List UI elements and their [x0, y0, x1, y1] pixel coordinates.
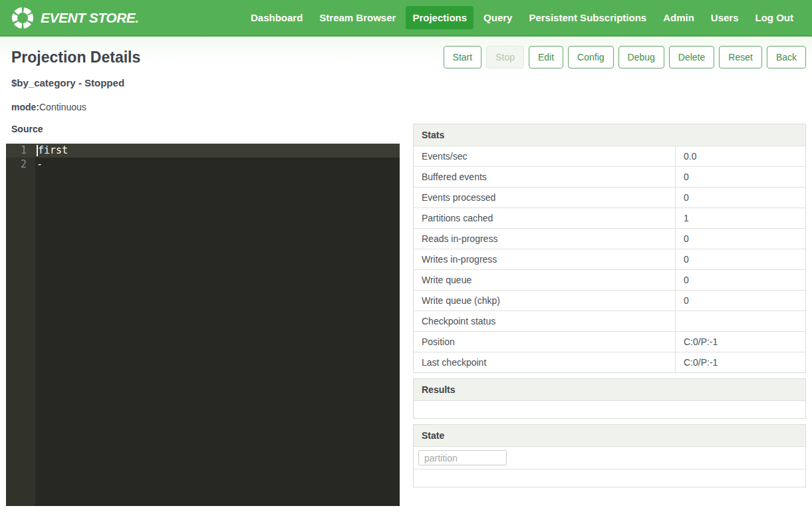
stat-label: Position — [414, 332, 676, 352]
stat-value: 0 — [676, 291, 805, 311]
stats-panel: Stats Events/sec 0.0 Buffered events 0 E… — [413, 124, 806, 373]
results-empty-row — [414, 400, 805, 418]
stat-label: Checkpoint status — [414, 311, 676, 331]
config-button[interactable]: Config — [568, 46, 613, 68]
table-row: Position C:0/P:-1 — [414, 331, 805, 352]
stat-value: 0 — [676, 188, 805, 207]
nav-item-stream-browser[interactable]: Stream Browser — [313, 6, 402, 29]
nav-item-dashboard[interactable]: Dashboard — [244, 6, 309, 29]
stat-value — [676, 311, 805, 331]
projection-toolbar: Start Stop Edit Config Debug Delete Rese… — [444, 46, 806, 68]
nav-menu: Dashboard Stream Browser Projections Que… — [244, 6, 800, 29]
stat-label: Events/sec — [414, 146, 676, 166]
table-row: Last checkpoint C:0/P:-1 — [414, 352, 805, 372]
page-title: Projection Details — [11, 49, 140, 66]
page-content: Projection Details Start Stop Edit Confi… — [0, 37, 812, 506]
details-section: Stats Events/sec 0.0 Buffered events 0 E… — [413, 124, 806, 493]
projection-name-status: $by_category - Stopped — [11, 77, 806, 88]
mode-label: mode: — [11, 102, 39, 112]
stat-value: 0 — [676, 167, 805, 187]
state-panel: State — [413, 424, 806, 487]
mode-value: Continuous — [39, 102, 86, 112]
brand-text: EVENT STORE. — [41, 10, 139, 26]
partition-input-row — [414, 446, 805, 469]
table-row: Buffered events 0 — [414, 166, 805, 187]
top-navbar: EVENT STORE. Dashboard Stream Browser Pr… — [0, 0, 812, 37]
table-row: Checkpoint status — [414, 311, 805, 331]
editor-line-number: 1 — [6, 144, 35, 158]
stat-label: Last checkpoint — [414, 352, 676, 372]
stats-heading: Stats — [414, 124, 805, 146]
source-heading: Source — [11, 124, 400, 134]
editor-line-code: - — [35, 158, 43, 172]
stat-value: 1 — [676, 208, 805, 228]
table-row: Events processed 0 — [414, 187, 805, 207]
stat-label: Buffered events — [414, 167, 676, 187]
stop-button[interactable]: Stop — [486, 46, 524, 68]
nav-item-admin[interactable]: Admin — [656, 6, 701, 29]
nav-item-query[interactable]: Query — [477, 6, 519, 29]
back-button[interactable]: Back — [767, 46, 806, 68]
editor-line: 1 first — [6, 144, 400, 158]
title-row: Projection Details Start Stop Edit Confi… — [6, 37, 806, 68]
stat-label: Writes in-progress — [414, 249, 676, 269]
stat-label: Partitions cached — [414, 208, 676, 228]
editor-line: 2 - — [6, 158, 400, 172]
partition-input[interactable] — [418, 450, 507, 465]
event-store-logo-icon — [11, 6, 35, 30]
table-row: Writes in-progress 0 — [414, 249, 805, 269]
results-panel: Results — [413, 378, 806, 419]
editor-line-code: first — [35, 144, 68, 158]
stat-value: 0 — [676, 270, 805, 290]
stat-value: C:0/P:-1 — [676, 352, 805, 372]
table-row: Write queue 0 — [414, 269, 805, 290]
stat-value: 0 — [676, 229, 805, 249]
nav-item-users[interactable]: Users — [704, 6, 745, 29]
stat-label: Reads in-progress — [414, 229, 676, 249]
source-section: Source 1 first 2 - — [6, 124, 400, 506]
stat-label: Events processed — [414, 188, 676, 207]
delete-button[interactable]: Delete — [669, 46, 714, 68]
start-button[interactable]: Start — [444, 46, 482, 68]
stat-label: Write queue (chkp) — [414, 291, 676, 311]
brand-logo[interactable]: EVENT STORE. — [11, 6, 139, 30]
stat-value: 0 — [676, 249, 805, 269]
main-columns: Source 1 first 2 - Stats Events/sec 0.0 — [6, 124, 806, 506]
nav-item-projections[interactable]: Projections — [406, 6, 474, 29]
editor-line-number: 2 — [6, 158, 35, 172]
nav-item-persistent-subscriptions[interactable]: Persistent Subscriptions — [522, 6, 653, 29]
stat-value: C:0/P:-1 — [676, 332, 805, 352]
debug-button[interactable]: Debug — [618, 46, 664, 68]
nav-item-log-out[interactable]: Log Out — [749, 6, 800, 29]
state-empty-row — [414, 469, 805, 487]
reset-button[interactable]: Reset — [719, 46, 762, 68]
table-row: Reads in-progress 0 — [414, 228, 805, 249]
results-heading: Results — [414, 379, 805, 400]
source-editor[interactable]: 1 first 2 - — [6, 144, 400, 506]
stat-value: 0.0 — [676, 146, 805, 166]
table-row: Write queue (chkp) 0 — [414, 290, 805, 311]
table-row: Partitions cached 1 — [414, 207, 805, 228]
table-row: Events/sec 0.0 — [414, 146, 805, 166]
edit-button[interactable]: Edit — [529, 46, 563, 68]
mode-line: mode:Continuous — [11, 102, 806, 112]
state-heading: State — [414, 425, 805, 446]
stat-label: Write queue — [414, 270, 676, 290]
